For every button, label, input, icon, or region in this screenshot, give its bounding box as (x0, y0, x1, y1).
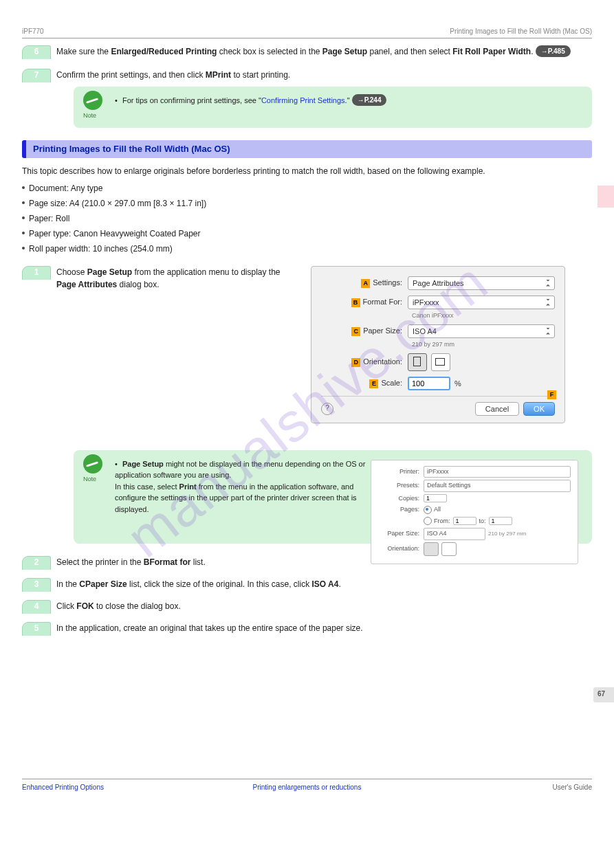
text: BFormat for (144, 557, 191, 567)
settings-select[interactable]: Page Attributes (408, 276, 555, 290)
step-pill-4: 4 (22, 600, 51, 614)
page-footer: Enhanced Printing Options Printing enlar… (22, 779, 592, 800)
field-label: Scale: (381, 379, 402, 387)
field-label: Format For: (363, 298, 402, 306)
label-tag-d: D (351, 358, 360, 367)
text: Print (179, 482, 197, 491)
format-for-select[interactable]: iPFxxxx (408, 296, 555, 309)
text: % (454, 379, 461, 388)
text: Enlarged/Reduced Printing (111, 47, 217, 56)
text: ." (345, 96, 350, 104)
page-number-tab: 67 (593, 687, 614, 702)
text: Paper type: Canon Heavyweight Coated Pap… (29, 229, 201, 238)
label-tag-e: E (369, 379, 378, 388)
portrait-button[interactable] (424, 542, 439, 556)
text: Page Setup (322, 47, 367, 56)
footer-right: User's Guide (553, 783, 593, 791)
papersize-select[interactable]: ISO A4 (424, 528, 485, 540)
field-label: Copies: (378, 494, 424, 504)
field-label: Orientation: (378, 544, 424, 554)
pages-from-radio[interactable] (424, 517, 432, 525)
label-tag-f: F (547, 390, 556, 399)
page-ref[interactable]: →P.485 (536, 45, 571, 57)
text: to start printing. (231, 70, 290, 80)
text: Click (56, 601, 76, 611)
section-heading: Printing Images to Fill the Roll Width (… (22, 140, 592, 158)
text: Page Setup (87, 267, 132, 277)
page-ref[interactable]: →P.244 (352, 94, 387, 106)
text: from the application menu to display the (132, 267, 280, 277)
field-label: Printer: (378, 467, 424, 477)
step-pill-1: 1 (22, 266, 51, 280)
field-label: Paper Size: (378, 529, 424, 539)
text: panel, and then select (367, 47, 452, 56)
to-input[interactable] (489, 517, 512, 525)
description: This topic describes how to enlarge orig… (22, 165, 592, 178)
footer-left-link[interactable]: Enhanced Printing Options (22, 783, 104, 791)
scale-input[interactable] (408, 377, 450, 390)
text: In the (56, 579, 79, 589)
page-setup-dialog: ASettings: Page Attributes BFormat For: … (311, 266, 565, 423)
presets-select[interactable]: Default Settings (424, 480, 571, 492)
divider (22, 38, 592, 38)
text: Page size: A4 (210.0 × 297.0 mm [8.3 × 1… (29, 199, 206, 208)
landscape-button[interactable] (431, 353, 450, 371)
text: Page Setup (122, 460, 164, 468)
help-button[interactable]: ? (321, 403, 333, 415)
text: MPrint (206, 70, 231, 80)
step-pill-2: 2 (22, 556, 51, 570)
text: Document: Any type (29, 183, 102, 193)
text: to: (479, 517, 486, 526)
text: CPaper Size (79, 579, 127, 589)
mini-print-dialog: Printer:iPFxxxx Presets:Default Settings… (371, 460, 578, 564)
note-label: Note (83, 475, 96, 485)
text: . (338, 579, 340, 589)
text: to close the dialog box. (94, 601, 181, 611)
step-pill-7: 7 (22, 69, 51, 82)
copies-input[interactable] (424, 494, 447, 502)
cancel-button[interactable]: Cancel (475, 402, 519, 416)
text: In the application, create an original t… (56, 623, 363, 633)
text: Make sure the (56, 47, 111, 56)
header-left: iPF770 (22, 27, 44, 35)
paper-size-select[interactable]: ISO A4 (408, 324, 555, 338)
step-pill-5: 5 (22, 622, 51, 636)
text: All (434, 505, 441, 515)
text: 210 by 297 mm (488, 530, 526, 538)
printer-select[interactable]: iPFxxxx (424, 466, 571, 478)
step-pill-3: 3 (22, 578, 51, 592)
text: Paper: Roll (29, 214, 69, 223)
link[interactable]: Confirming Print Settings (261, 96, 345, 104)
footer-center-link[interactable]: Printing enlargements or reductions (253, 783, 362, 791)
pencil-icon (83, 454, 102, 474)
text: In this case, select (115, 482, 179, 491)
pages-all-radio[interactable] (424, 506, 432, 514)
text: list. (190, 557, 205, 567)
side-tab (597, 186, 614, 208)
text: Roll paper width: 10 inches (254.0 mm) (29, 244, 173, 254)
label-tag-a: A (361, 279, 370, 288)
field-label: Settings: (373, 278, 402, 287)
pencil-icon (83, 91, 102, 110)
label-tag-b: B (351, 298, 360, 307)
text: check box is selected in the (217, 47, 322, 56)
note-box: Note • For tips on confirming print sett… (74, 87, 592, 128)
portrait-button[interactable] (408, 353, 427, 371)
text: Confirm the print settings, and then cli… (56, 70, 206, 80)
text: Fit Roll Paper Width (452, 47, 531, 56)
text: Select the printer in the (56, 557, 144, 567)
field-label: Pages: (378, 505, 424, 515)
ok-button[interactable]: FOK (523, 402, 555, 416)
text: Canon iPFxxxx (408, 312, 555, 319)
note-label: Note (83, 111, 96, 121)
text: . (531, 47, 533, 56)
landscape-button[interactable] (441, 542, 457, 556)
step-pill-6: 6 (22, 45, 51, 59)
field-label: Presets: (378, 481, 424, 491)
field-label: Paper Size: (363, 326, 402, 335)
from-input[interactable] (453, 517, 476, 525)
text: list, click the size of the original. In… (127, 579, 312, 589)
text: From: (434, 517, 450, 526)
text: For tips on confirming print settings, s… (122, 96, 261, 104)
note-box: Note • Page Setup might not be displayed… (74, 450, 592, 544)
